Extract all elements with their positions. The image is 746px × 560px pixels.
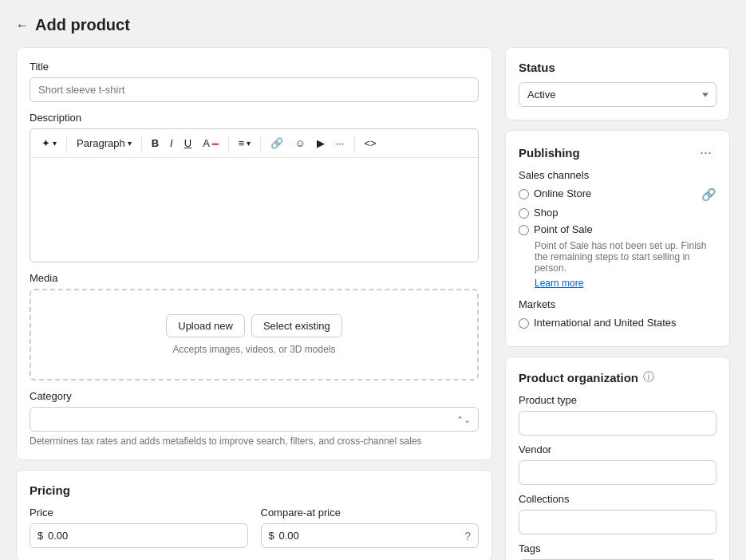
pricing-card: Pricing Price $ Compare-at price $ xyxy=(16,470,492,560)
price-input[interactable] xyxy=(30,523,248,548)
tags-label: Tags xyxy=(519,542,716,554)
compare-price-help-icon[interactable]: ? xyxy=(464,530,471,542)
compare-price-symbol: $ xyxy=(269,530,274,542)
font-color-button[interactable]: A▬ xyxy=(198,134,223,152)
select-existing-button[interactable]: Select existing xyxy=(251,314,342,337)
product-org-title: Product organization xyxy=(519,371,638,385)
channel-radio-shop[interactable] xyxy=(519,208,529,219)
sales-channels-label: Sales channels xyxy=(519,169,716,181)
market-name-international: International and United States xyxy=(534,317,716,329)
bold-button[interactable]: B xyxy=(147,134,164,152)
toolbar-divider-4 xyxy=(260,136,261,152)
status-select[interactable]: Active Draft xyxy=(519,82,716,107)
channel-radio-online-store[interactable] xyxy=(519,189,529,199)
status-select-wrapper: Active Draft xyxy=(519,82,716,107)
video-button[interactable]: ▶ xyxy=(312,134,330,152)
media-label: Media xyxy=(30,272,479,284)
category-hint: Determines tax rates and adds metafields… xyxy=(30,436,479,447)
price-label: Price xyxy=(30,507,248,519)
product-type-label: Product type xyxy=(519,394,716,406)
channel-name-pos: Point of Sale xyxy=(534,223,716,235)
pricing-title: Pricing xyxy=(30,483,479,497)
paragraph-dropdown[interactable]: Paragraph ▾ xyxy=(72,134,136,152)
product-type-input[interactable] xyxy=(519,411,716,436)
underline-button[interactable]: U xyxy=(180,134,196,152)
channel-name-shop: Shop xyxy=(534,207,716,219)
product-org-info-icon[interactable]: ⓘ xyxy=(643,370,654,385)
align-button[interactable]: ≡ ▾ xyxy=(234,134,256,152)
collections-label: Collections xyxy=(519,493,716,505)
editor-toolbar: ✦ ▾ Paragraph ▾ B I U xyxy=(30,129,478,158)
page-title: Add product xyxy=(35,16,130,34)
emoji-button[interactable]: ☺ xyxy=(290,134,310,152)
editor-body[interactable] xyxy=(30,158,478,262)
compare-price-field: Compare-at price $ ? xyxy=(261,507,480,548)
code-view-button[interactable]: <> xyxy=(360,134,381,152)
channel-radio-pos[interactable] xyxy=(519,225,529,235)
channel-name-online-store: Online Store xyxy=(534,187,697,199)
media-hint: Accepts images, videos, or 3D models xyxy=(172,344,335,355)
link-button[interactable]: 🔗 xyxy=(266,134,288,152)
category-select-wrapper xyxy=(30,407,479,432)
title-input[interactable] xyxy=(30,77,479,102)
back-button[interactable]: ← xyxy=(16,18,29,33)
learn-more-link[interactable]: Learn more xyxy=(535,278,583,289)
toolbar-divider-5 xyxy=(354,136,355,152)
online-store-link-icon[interactable]: 🔗 xyxy=(701,187,716,202)
publishing-card: Publishing ··· Sales channels Online Sto… xyxy=(505,130,730,347)
price-field: Price $ xyxy=(30,507,248,548)
description-editor: ✦ ▾ Paragraph ▾ B I U xyxy=(30,128,479,262)
markets-section: Markets International and United States xyxy=(519,298,716,329)
product-type-field: Product type xyxy=(519,394,716,436)
media-dropzone[interactable]: Upload new Select existing Accepts image… xyxy=(30,289,479,381)
compare-price-input[interactable] xyxy=(261,523,480,548)
more-toolbar-button[interactable]: ··· xyxy=(331,134,349,152)
toolbar-divider-2 xyxy=(141,136,142,152)
status-card: Status Active Draft xyxy=(505,47,730,120)
vendor-field: Vendor xyxy=(519,444,716,485)
toolbar-divider-1 xyxy=(66,136,67,152)
collections-field: Collections xyxy=(519,493,716,534)
tags-field: Tags xyxy=(519,542,716,560)
category-label: Category xyxy=(30,390,479,402)
pos-description: Point of Sale has not been set up. Finis… xyxy=(535,240,716,274)
title-label: Title xyxy=(30,61,479,73)
publishing-more-button[interactable]: ··· xyxy=(695,144,716,161)
markets-label: Markets xyxy=(519,298,716,310)
publishing-title: Publishing xyxy=(519,146,580,160)
market-item-international: International and United States xyxy=(519,317,716,329)
toolbar-divider-3 xyxy=(228,136,229,152)
compare-price-label: Compare-at price xyxy=(261,507,480,519)
price-symbol: $ xyxy=(37,530,43,542)
main-card: Title Description ✦ ▾ Paragraph xyxy=(16,47,492,460)
vendor-label: Vendor xyxy=(519,444,716,455)
channel-item-online-store: Online Store 🔗 xyxy=(519,187,716,202)
market-radio-international[interactable] xyxy=(519,318,529,329)
description-label: Description xyxy=(30,112,479,124)
product-org-card: Product organization ⓘ Product type Vend… xyxy=(505,357,730,560)
vendor-input[interactable] xyxy=(519,460,716,485)
collections-input[interactable] xyxy=(519,510,716,534)
upload-new-button[interactable]: Upload new xyxy=(166,314,245,337)
channel-item-shop: Shop xyxy=(519,207,716,219)
magic-btn[interactable]: ✦ ▾ xyxy=(37,134,61,152)
italic-button[interactable]: I xyxy=(165,134,178,152)
category-select[interactable] xyxy=(30,407,479,432)
channel-item-pos: Point of Sale xyxy=(519,223,716,235)
status-title: Status xyxy=(519,61,716,74)
